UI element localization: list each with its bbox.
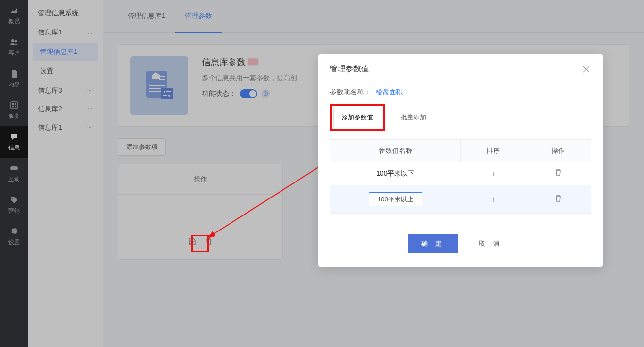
delete-icon[interactable]: [554, 196, 562, 204]
values-table: 参数值名称 排序 操作 100平米以下 ↓ ↑: [330, 139, 591, 214]
add-value-button[interactable]: 添加参数值: [333, 108, 381, 127]
annotation-box-addvalue: 添加参数值: [330, 104, 385, 131]
bulk-add-button[interactable]: 批量添加: [393, 109, 434, 126]
annotation-box-edit: [191, 235, 209, 252]
value-row: 100平米以下 ↓: [330, 162, 591, 185]
param-name-link[interactable]: 楼盘面积: [376, 88, 403, 96]
delete-icon[interactable]: [554, 170, 562, 178]
value-name-input[interactable]: [369, 192, 422, 206]
col-sort: 排序: [460, 140, 526, 162]
sort-down-icon[interactable]: ↓: [492, 170, 495, 178]
modal-title: 管理参数值: [330, 64, 369, 74]
sort-up-icon[interactable]: ↑: [492, 196, 495, 203]
cancel-button[interactable]: 取 消: [468, 234, 513, 253]
ok-button[interactable]: 确 定: [408, 234, 458, 253]
value-name: 100平米以下: [330, 163, 461, 185]
col-ops: 操作: [526, 140, 591, 162]
manage-values-modal: 管理参数值 参数项名称： 楼盘面积 添加参数值 批量添加 参数值名称 排序 操作…: [318, 54, 603, 267]
col-name: 参数值名称: [330, 140, 460, 162]
close-icon[interactable]: [581, 65, 591, 74]
param-meta: 参数项名称： 楼盘面积: [330, 88, 591, 97]
meta-label: 参数项名称：: [330, 88, 371, 96]
value-row: ↑: [330, 185, 591, 213]
